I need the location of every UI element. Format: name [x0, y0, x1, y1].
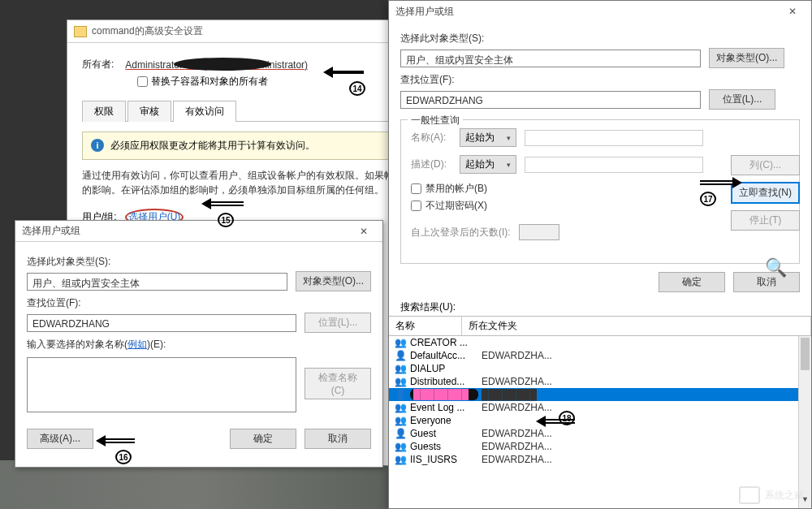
house-icon: [739, 486, 760, 504]
result-row[interactable]: 👥IIS_IUSRSEDWARDZHA...: [389, 453, 811, 466]
result-folder: EDWARDZHA...: [482, 441, 806, 452]
desc-match-combo[interactable]: 起始为▾: [460, 155, 516, 174]
dialog-titlebar[interactable]: 选择用户或组 ✕: [15, 221, 382, 242]
nonexpiring-pw-checkbox[interactable]: [411, 201, 421, 211]
result-name: ████████: [410, 389, 478, 400]
result-row[interactable]: 👤DefaultAcc...EDWARDZHA...: [389, 349, 811, 362]
result-row[interactable]: 👥CREATOR ...: [389, 336, 811, 349]
redaction-mark: [174, 58, 271, 71]
name-filter-input[interactable]: [525, 130, 703, 146]
result-row[interactable]: 👥Distributed...EDWARDZHA...: [389, 375, 811, 388]
principal-icon: 👥: [394, 337, 407, 348]
principal-icon: 👥: [394, 415, 407, 426]
result-name: Event Log ...: [410, 402, 478, 413]
replace-owner-label: 替换子容器和对象的所有者: [151, 75, 268, 88]
column-folder[interactable]: 所在文件夹: [462, 317, 811, 335]
disabled-accounts-checkbox[interactable]: [411, 183, 421, 194]
close-icon[interactable]: ✕: [352, 226, 376, 237]
principal-icon: 👥: [394, 402, 407, 413]
folder-icon: [74, 26, 87, 37]
info-icon: i: [91, 139, 104, 152]
results-list[interactable]: 👥CREATOR ...👤DefaultAcc...EDWARDZHA...👥D…: [389, 336, 811, 508]
watermark: 系统之家: [739, 486, 804, 504]
location-label: 查找位置(F):: [400, 73, 800, 87]
advanced-button[interactable]: 高级(A)...: [27, 429, 93, 449]
nonexpiring-pw-label: 不过期密码(X): [425, 199, 487, 213]
result-row[interactable]: 👥DIALUP: [389, 362, 811, 375]
cancel-button[interactable]: 取消: [304, 429, 371, 449]
object-type-field: 用户、组或内置安全主体: [27, 273, 287, 291]
result-folder: EDWARDZHA...: [482, 376, 806, 387]
result-folder: EDWARDZHA...: [482, 428, 806, 439]
result-row[interactable]: 👥Everyone: [389, 414, 811, 427]
object-type-label: 选择此对象类型(S):: [27, 255, 371, 269]
result-name: DefaultAcc...: [410, 350, 478, 361]
dialog-title: 选择用户或组: [22, 224, 80, 238]
locations-button[interactable]: 位置(L)...: [709, 89, 775, 110]
name-filter-label: 名称(A):: [411, 131, 451, 145]
result-row[interactable]: 👤GuestEDWARDZHA...: [389, 427, 811, 440]
columns-button[interactable]: 列(C)...: [731, 155, 800, 175]
ok-button[interactable]: 确定: [659, 272, 725, 292]
notice-text: 必须应用权限更改才能将其用于计算有效访问。: [110, 139, 315, 153]
select-user-dialog-advanced: 选择用户或组 ✕ 选择此对象类型(S): 用户、组或内置安全主体 对象类型(O)…: [388, 0, 812, 509]
background-decoration: [0, 460, 390, 509]
principal-icon: 👥: [394, 376, 407, 387]
replace-owner-checkbox[interactable]: [137, 76, 148, 87]
search-results-label: 搜索结果(U):: [389, 297, 811, 316]
window-title: command的高级安全设置: [92, 24, 203, 38]
scroll-thumb[interactable]: [801, 338, 810, 370]
tab-permissions[interactable]: 权限: [82, 101, 126, 122]
locations-button[interactable]: 位置(L)...: [304, 313, 371, 333]
tab-audit[interactable]: 审核: [127, 101, 171, 122]
check-names-button[interactable]: 检查名称(C): [304, 368, 371, 399]
annotation-18: 18: [559, 411, 575, 425]
stop-button[interactable]: 停止(T): [731, 210, 800, 231]
object-type-label: 选择此对象类型(S):: [400, 32, 800, 45]
days-since-logon-spinner[interactable]: [519, 224, 559, 240]
location-field: EDWARDZHANG: [27, 314, 296, 332]
close-icon[interactable]: ✕: [780, 6, 805, 17]
principal-icon: 👤: [394, 350, 407, 361]
result-row[interactable]: 👥GuestsEDWARDZHA...: [389, 440, 811, 453]
location-field: EDWARDZHANG: [400, 91, 701, 109]
result-folder: EDWARDZHA...: [482, 402, 806, 413]
column-name[interactable]: 名称: [389, 317, 462, 335]
result-folder: EDWARDZHA...: [482, 454, 806, 465]
search-icon: 🔍: [765, 257, 787, 278]
object-types-button[interactable]: 对象类型(O)...: [296, 271, 371, 291]
object-types-button[interactable]: 对象类型(O)...: [709, 48, 784, 68]
days-since-logon-label: 自上次登录后的天数(I):: [411, 226, 511, 239]
principal-icon: 👥: [394, 454, 407, 465]
result-folder: ████████: [482, 389, 806, 400]
object-type-field: 用户、组或内置安全主体: [400, 50, 701, 67]
annotation-15: 15: [218, 213, 234, 227]
name-match-combo[interactable]: 起始为▾: [460, 128, 516, 147]
annotation-16: 16: [115, 450, 132, 464]
result-folder: EDWARDZHA...: [482, 350, 806, 361]
desc-filter-label: 描述(D):: [411, 157, 451, 171]
result-row[interactable]: 👥Event Log ...EDWARDZHA...: [389, 401, 811, 414]
desc-filter-input[interactable]: [525, 157, 703, 173]
result-name: Everyone: [410, 415, 478, 426]
annotation-14: 14: [349, 81, 365, 96]
result-name: IIS_IUSRS: [410, 454, 478, 465]
principal-icon: 👥: [394, 363, 407, 374]
annotation-17: 17: [700, 192, 716, 206]
principal-icon: 👤: [394, 389, 407, 400]
owner-label: 所有者:: [82, 58, 114, 71]
results-header[interactable]: 名称 所在文件夹: [389, 316, 811, 336]
result-name: DIALUP: [410, 363, 478, 374]
ok-button[interactable]: 确定: [230, 429, 296, 449]
dialog-title: 选择用户或组: [395, 5, 454, 19]
dialog-titlebar[interactable]: 选择用户或组 ✕: [389, 1, 811, 22]
disabled-accounts-label: 禁用的帐户(B): [425, 182, 487, 196]
object-names-input[interactable]: [27, 357, 296, 412]
result-row[interactable]: 👤████████████████: [389, 388, 811, 401]
result-name: Guest: [410, 428, 478, 439]
result-name: Guests: [410, 441, 478, 452]
example-link[interactable]: 例如: [127, 339, 147, 350]
vertical-scrollbar[interactable]: ▲ ▼: [798, 336, 811, 508]
tab-effective-access[interactable]: 有效访问: [173, 101, 236, 122]
principal-icon: 👤: [394, 428, 407, 439]
